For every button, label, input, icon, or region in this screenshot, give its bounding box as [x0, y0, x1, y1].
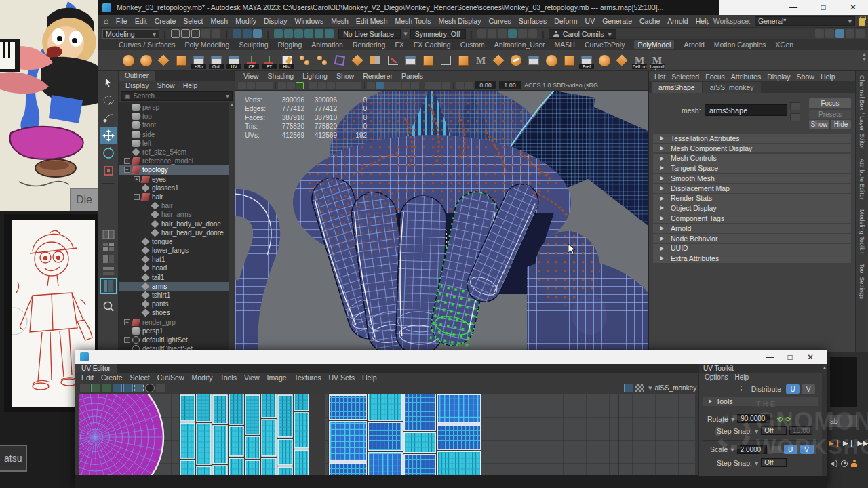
shelf-icon-grid4[interactable] — [437, 52, 454, 69]
scale-step-snap-value[interactable]: Off — [761, 458, 787, 467]
uv-editor-menu[interactable]: Textures — [294, 373, 321, 382]
viewport-icon[interactable] — [376, 82, 384, 89]
viewport-icon[interactable] — [422, 82, 422, 89]
uv-editor-tab[interactable]: UV Editor — [75, 364, 117, 373]
menu-item[interactable]: Mesh — [210, 17, 228, 25]
expand-icon[interactable]: + — [124, 337, 130, 343]
layout-single-pane[interactable] — [100, 241, 117, 252]
outliner-item-pants[interactable]: pants — [119, 300, 235, 308]
hide-button[interactable]: Hide — [831, 120, 851, 129]
outliner-item-hair_arms[interactable]: hair_arms — [119, 210, 235, 219]
viewport-icon[interactable] — [256, 82, 264, 89]
viewport-icon[interactable] — [275, 82, 276, 89]
attribute-editor-menu[interactable]: List — [654, 73, 665, 81]
viewport-icon[interactable] — [309, 82, 317, 89]
redo-icon[interactable] — [212, 29, 220, 38]
tools-section[interactable]: Tools — [703, 396, 818, 406]
graph-editor-icon[interactable] — [846, 29, 854, 38]
shelf-tab[interactable]: Arnold — [684, 41, 704, 49]
uv-image-icon[interactable] — [624, 384, 633, 392]
render-settings-icon[interactable] — [498, 29, 507, 38]
viewport-icon[interactable] — [453, 82, 454, 89]
pause-icon[interactable] — [528, 29, 537, 38]
outliner-item-eyes[interactable]: +eyes — [119, 175, 235, 184]
attribute-editor-menu[interactable]: Show — [797, 73, 814, 81]
move-tool[interactable] — [100, 127, 117, 144]
presets-button[interactable]: Presets — [809, 110, 851, 119]
viewport-menu[interactable]: Panels — [401, 72, 423, 80]
snap-plane-icon[interactable] — [304, 29, 313, 38]
outliner-item-hair[interactable]: −hair — [119, 192, 235, 201]
shelf-icon-pcube[interactable] — [332, 52, 348, 69]
zoom-tool[interactable] — [100, 301, 117, 312]
outliner-item-ref_size_54cm[interactable]: ref_size_54cm — [119, 148, 235, 157]
outliner-menu[interactable]: Show — [157, 81, 174, 89]
menu-item[interactable]: Deform — [554, 17, 577, 25]
sidebar-tab-tool-settings[interactable]: Tool Settings — [859, 264, 865, 300]
viewport-menu[interactable]: Renderer — [363, 72, 393, 80]
outliner-item-render_grp[interactable]: +render_grp — [119, 318, 235, 327]
outliner-item-lower_fangs[interactable]: lower_fangs — [119, 246, 235, 255]
viewport-icon[interactable] — [353, 82, 361, 89]
user-account[interactable]: Carol Cornils▾ — [549, 29, 616, 39]
attribute-editor-menu[interactable]: Display — [767, 73, 790, 81]
collapse-icon[interactable]: − — [134, 194, 140, 200]
attribute-editor-menu[interactable]: Attributes — [731, 73, 761, 81]
outliner-item-head[interactable]: head — [119, 264, 235, 272]
menu-item[interactable]: Create — [155, 17, 176, 25]
uv-editor-menu[interactable]: Create — [101, 373, 123, 382]
viewport-icon[interactable] — [307, 82, 307, 89]
menu-set-select[interactable]: Modeling▾ — [102, 29, 159, 39]
distribute-v-button[interactable]: V — [802, 384, 815, 394]
menu-item[interactable]: UV — [585, 17, 595, 25]
uv-maximize-button[interactable]: □ — [780, 352, 800, 362]
uv-toolkit-menu[interactable]: Help — [734, 373, 749, 381]
layout-four-pane[interactable] — [100, 253, 117, 264]
shelf-tab[interactable]: FX Caching — [414, 41, 451, 49]
section-node-behavior[interactable]: Node Behavior — [653, 234, 851, 243]
shelf-tab[interactable]: Custom — [460, 41, 485, 49]
playback-option-icons[interactable]: ◄) — [829, 460, 857, 467]
scale-v-button[interactable]: V — [800, 445, 814, 454]
outliner-item-hair_head_uv_donre[interactable]: hair_head_uv_donre — [119, 228, 235, 237]
new-scene-icon[interactable] — [171, 29, 180, 38]
viewport-icon[interactable] — [393, 82, 401, 89]
layers-icon[interactable] — [856, 29, 865, 38]
viewport-icon[interactable] — [411, 82, 419, 89]
character-icon[interactable] — [825, 29, 834, 38]
sidebar-tab-channel-box-layer-editor[interactable]: Channel Box / Layer Editor — [859, 75, 865, 149]
select-component-icon[interactable] — [253, 29, 262, 38]
shelf-icon-graph[interactable] — [384, 52, 401, 69]
outliner-item-persp[interactable]: persp — [119, 103, 235, 112]
focus-button[interactable]: Focus — [809, 98, 851, 108]
rotate-step-snap-value[interactable]: Off — [761, 426, 787, 435]
uv-editor-menu[interactable]: Image — [267, 373, 287, 382]
viewport-icon[interactable] — [296, 82, 304, 89]
snap-point-icon[interactable] — [294, 29, 303, 38]
uv-dotted-icon[interactable] — [134, 384, 144, 392]
uv-editor-menu[interactable]: Help — [362, 373, 377, 382]
outliner-item-glasses1[interactable]: glasses1 — [119, 184, 235, 192]
uv-editor-titlebar[interactable]: — □ ✕ — [75, 350, 827, 364]
section-component-tags[interactable]: Component Tags — [653, 214, 851, 223]
shelf-icon-cube[interactable] — [455, 52, 471, 69]
outliner-item-side[interactable]: side — [119, 130, 235, 139]
uv-editor-menu[interactable]: Cut/Sew — [157, 373, 184, 382]
viewport-menu[interactable]: Lighting — [302, 72, 328, 80]
scale-tool[interactable] — [100, 162, 117, 179]
menu-item[interactable]: Generate — [602, 17, 632, 25]
scale-value-field[interactable]: 2.0000 — [737, 445, 767, 454]
shelf-icon-win[interactable] — [402, 52, 418, 69]
uv-camera-icon[interactable] — [156, 384, 165, 392]
shelf-icon-UV[interactable]: UV — [226, 52, 242, 69]
wrench-icon[interactable] — [815, 29, 824, 38]
list-history-icon[interactable] — [790, 102, 800, 110]
section-extra-attributes[interactable]: Extra Attributes — [653, 253, 851, 263]
select-object-icon[interactable] — [243, 29, 252, 38]
attribute-editor-menu[interactable]: Focus — [705, 73, 725, 81]
lock-icon[interactable] — [859, 18, 865, 26]
viewport-icon[interactable] — [456, 82, 464, 89]
outliner-menu[interactable]: Display — [125, 81, 149, 89]
tab-partial[interactable]: ab — [827, 415, 857, 427]
rotate-value-field[interactable]: 90.0000 — [737, 414, 770, 423]
